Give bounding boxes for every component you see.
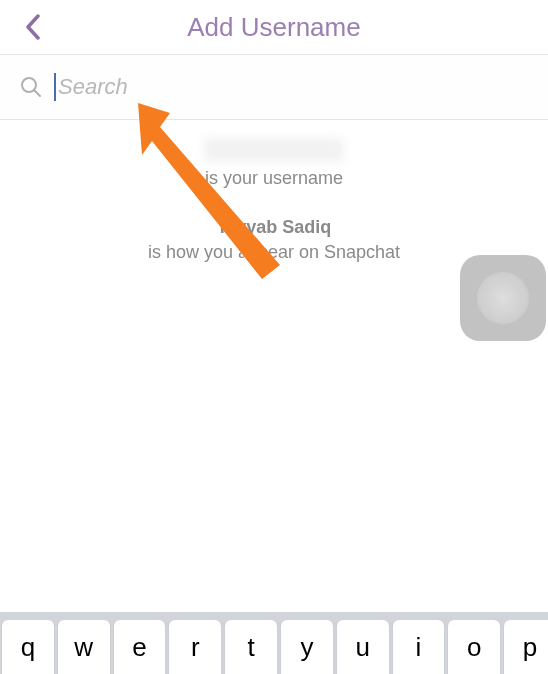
key-y[interactable]: y — [281, 620, 333, 674]
search-icon — [20, 76, 42, 98]
key-r[interactable]: r — [169, 620, 221, 674]
chevron-left-icon — [25, 14, 41, 40]
page-title: Add Username — [0, 12, 548, 43]
back-button[interactable] — [18, 12, 48, 42]
display-name: Tayyab Sadiq — [0, 217, 548, 238]
key-i[interactable]: i — [393, 620, 445, 674]
key-w[interactable]: w — [58, 620, 110, 674]
search-input[interactable] — [58, 74, 528, 100]
key-o[interactable]: o — [448, 620, 500, 674]
svg-line-1 — [35, 91, 41, 97]
assistive-touch-button[interactable] — [460, 255, 546, 341]
key-u[interactable]: u — [337, 620, 389, 674]
redacted-username — [204, 138, 344, 162]
content-area: is your username Tayyab Sadiq is how you… — [0, 120, 548, 263]
search-bar[interactable] — [0, 55, 548, 120]
key-p[interactable]: p — [504, 620, 548, 674]
keyboard-row: q w e r t y u i o p — [0, 612, 548, 674]
assistive-touch-icon — [477, 272, 529, 324]
username-label: is your username — [0, 168, 548, 189]
key-q[interactable]: q — [2, 620, 54, 674]
text-cursor — [54, 73, 56, 101]
key-t[interactable]: t — [225, 620, 277, 674]
key-e[interactable]: e — [114, 620, 166, 674]
header-bar: Add Username — [0, 0, 548, 55]
